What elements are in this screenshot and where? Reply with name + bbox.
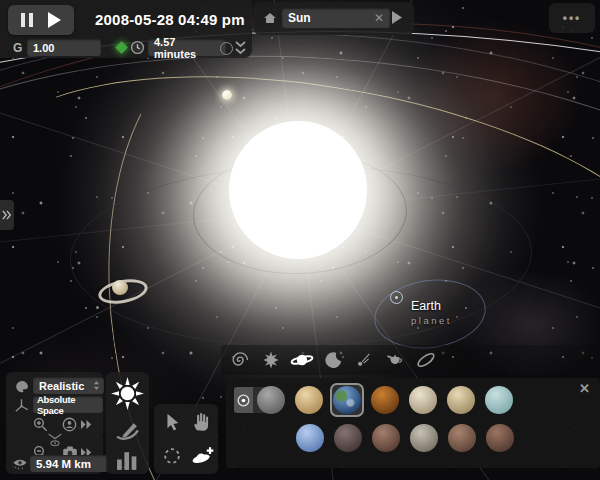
visual-style-select[interactable]: Realistic	[33, 377, 104, 394]
earth-label[interactable]: Earth	[411, 299, 441, 313]
zoom-in-icon[interactable]	[32, 416, 49, 433]
uranus-icon	[485, 386, 513, 414]
loop-toggle[interactable]	[220, 42, 233, 55]
earth-type-label: planet	[411, 315, 452, 326]
eye-icon	[12, 457, 28, 470]
home-icon[interactable]	[262, 10, 278, 26]
tab-moon-icon[interactable]	[320, 346, 346, 374]
moon-b-icon	[410, 424, 438, 452]
body-palette-panel: ✕	[226, 378, 600, 468]
saturn-sphere	[112, 280, 128, 295]
planet-swatch-uranus[interactable]	[482, 383, 516, 417]
view-settings-panel: Realistic Absolute Space 5.94 M km	[6, 372, 103, 474]
planet-swatch-venus[interactable]	[292, 383, 326, 417]
pen-icon[interactable]	[114, 417, 141, 444]
neptune-icon	[296, 424, 324, 452]
sidebar-expander[interactable]	[0, 200, 14, 230]
spinner-arrows-icon	[92, 379, 101, 392]
bar-chart-icon[interactable]	[115, 448, 140, 471]
playback-controls	[8, 5, 74, 35]
focus-play-icon[interactable]	[390, 10, 403, 25]
planet-swatch-jupiter[interactable]	[406, 383, 440, 417]
pause-button[interactable]	[20, 12, 34, 28]
tab-star-icon[interactable]	[258, 346, 284, 374]
cursor-tool-icon[interactable]	[162, 412, 182, 432]
add-body-tool-icon[interactable]	[190, 444, 214, 468]
star-mode-icon[interactable]	[110, 376, 145, 411]
mode-column-panel	[106, 372, 149, 474]
double-chevron-down-icon[interactable]	[234, 40, 247, 57]
tab-comet-icon[interactable]	[351, 346, 377, 374]
body-marker	[96, 306, 99, 309]
planet-swatch-moon-c[interactable]	[445, 421, 479, 455]
planet-row-1	[254, 383, 516, 417]
earth-selection-marker[interactable]	[390, 291, 403, 304]
planet-swatch-moon-d[interactable]	[483, 421, 517, 455]
moon-c-icon	[448, 424, 476, 452]
tool-panel	[154, 404, 218, 474]
planet-swatch-mercury[interactable]	[254, 383, 288, 417]
planet-swatch-moon-b[interactable]	[407, 421, 441, 455]
simulation-datetime[interactable]: 2008-05-28 04:49 pm	[95, 11, 245, 28]
play-button[interactable]	[46, 11, 62, 29]
focus-panel: Sun ✕	[254, 2, 414, 35]
planet-swatch-neptune[interactable]	[293, 421, 327, 455]
earth-icon	[333, 386, 361, 414]
view-distance-input[interactable]: 5.94 M km	[30, 455, 108, 472]
time-panel: 2008-05-28 04:49 pm G 1.00 4.57 minutes	[0, 0, 252, 58]
saturn-icon	[447, 386, 475, 414]
moon-d-icon	[486, 424, 514, 452]
ellipsis-icon: •••	[563, 11, 582, 25]
venus-icon	[295, 386, 323, 414]
moon-a-icon	[372, 424, 400, 452]
jupiter-icon	[409, 386, 437, 414]
axes-icon	[13, 397, 30, 414]
clock-icon	[130, 40, 145, 55]
fast-forward-icon[interactable]	[80, 419, 93, 430]
saturn-body[interactable]	[98, 272, 146, 308]
planet-row-2	[293, 421, 517, 455]
timestep-input[interactable]: 4.57 minutes	[148, 39, 226, 56]
selection-circle-tool-icon[interactable]	[162, 446, 182, 466]
clear-focus-icon[interactable]: ✕	[374, 11, 384, 25]
mercury-icon	[257, 386, 285, 414]
hand-tool-icon[interactable]	[191, 411, 211, 432]
planet-swatch-earth[interactable]	[330, 383, 364, 417]
planet-swatch-mars[interactable]	[368, 383, 402, 417]
pluto-icon	[334, 424, 362, 452]
follow-target-icon[interactable]	[61, 416, 78, 433]
close-palette-button[interactable]: ✕	[579, 381, 590, 396]
timeline-marker[interactable]	[115, 41, 128, 54]
sun-body[interactable]	[229, 121, 367, 259]
planet-swatch-moon-a[interactable]	[369, 421, 403, 455]
tab-galaxy-icon[interactable]	[227, 346, 253, 374]
tab-planet-icon[interactable]	[289, 346, 315, 374]
focus-input[interactable]: Sun ✕	[282, 8, 390, 28]
overflow-menu-button[interactable]: •••	[549, 3, 595, 33]
tab-ring-icon[interactable]	[413, 346, 439, 374]
gravity-input[interactable]: 1.00	[27, 39, 101, 56]
mars-icon	[371, 386, 399, 414]
palette-icon	[14, 379, 30, 395]
reference-frame-select[interactable]: Absolute Space	[33, 396, 103, 413]
gravity-label: G	[13, 41, 22, 55]
planet-swatch-saturn[interactable]	[444, 383, 478, 417]
tab-teapot-icon[interactable]	[382, 346, 408, 374]
category-tab-strip	[221, 345, 600, 375]
inner-planet-body[interactable]	[222, 90, 232, 100]
planet-swatch-pluto[interactable]	[331, 421, 365, 455]
orbit-place-mode-button[interactable]	[234, 387, 253, 413]
